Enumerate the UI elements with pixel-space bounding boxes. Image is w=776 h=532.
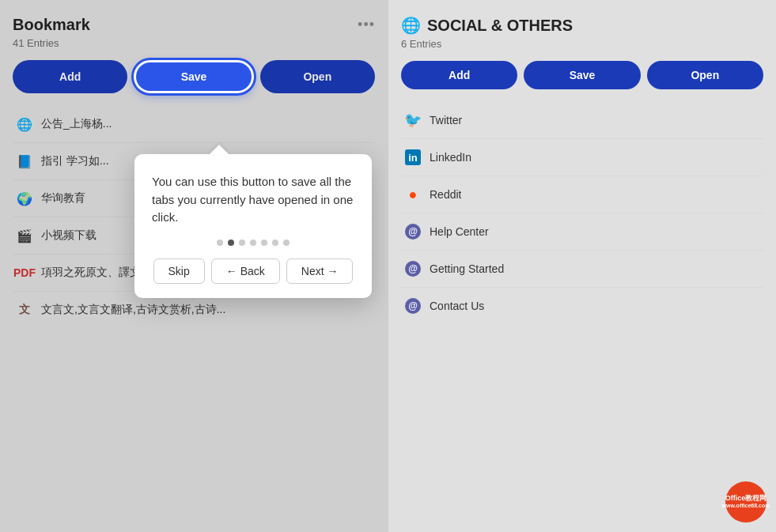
item-label: Getting Started [430, 262, 504, 275]
social-globe-icon: 🌐 [401, 16, 421, 35]
right-open-button[interactable]: Open [647, 61, 763, 89]
item-label: 公告_上海杨... [41, 117, 112, 131]
left-panel-entries: 41 Entries [13, 37, 375, 49]
twitter-icon: 🐦 [404, 111, 422, 129]
tooltip-box: You can use this button to save all the … [134, 154, 372, 298]
list-item[interactable]: @ Contact Us [401, 288, 763, 324]
item-label: Contact Us [430, 300, 484, 312]
right-button-row: Add Save Open [401, 61, 763, 89]
list-item[interactable]: 🐦 Twitter [401, 102, 763, 139]
next-button[interactable]: Next → [286, 258, 354, 284]
right-panel-header: 🌐 SOCIAL & OTHERS [401, 16, 763, 35]
list-item[interactable]: in LinkedIn [401, 139, 763, 176]
right-panel-entries: 6 Entries [401, 38, 763, 50]
tooltip-dots [152, 240, 354, 246]
list-item[interactable]: ● Reddit [401, 176, 763, 213]
item-label: Reddit [430, 188, 461, 201]
tooltip-text: You can use this button to save all the … [152, 173, 354, 227]
globe-icon: 🌐 [16, 115, 33, 133]
list-item[interactable]: @ Getting Started [401, 251, 763, 288]
item-label: 小视频下载 [41, 228, 97, 243]
left-button-row: Add Save Open [13, 60, 375, 93]
doc-icon: 文 [16, 301, 33, 319]
back-button[interactable]: ← Back [211, 258, 280, 284]
left-panel-header: Bookmark ••• [13, 16, 375, 34]
right-panel: 🌐 SOCIAL & OTHERS 6 Entries Add Save Ope… [388, 0, 776, 532]
dot-2 [228, 240, 234, 246]
linkedin-icon: in [404, 149, 422, 166]
item-label: 指引 学习如... [41, 154, 109, 168]
social-list: 🐦 Twitter in LinkedIn ● Reddit @ Help Ce… [401, 102, 763, 324]
getting-started-icon: @ [404, 260, 422, 277]
item-label: 文言文,文言文翻译,古诗文赏析,古诗... [41, 303, 225, 317]
help-center-icon: @ [404, 223, 422, 240]
reddit-icon: ● [404, 186, 422, 203]
bookmark-title-text: Bookmark [13, 16, 90, 34]
more-options-icon[interactable]: ••• [358, 17, 375, 33]
left-add-button[interactable]: Add [13, 60, 127, 93]
left-panel-title: Bookmark [13, 16, 90, 34]
globe2-icon: 🌍 [16, 190, 33, 207]
left-panel: Bookmark ••• 41 Entries Add Save Open 🌐 … [0, 0, 388, 532]
skip-button[interactable]: Skip [153, 258, 205, 284]
item-label: LinkedIn [430, 151, 471, 164]
dot-3 [239, 240, 245, 246]
tooltip-arrow [210, 145, 229, 154]
left-save-button[interactable]: Save [134, 60, 253, 93]
dot-6 [272, 240, 278, 246]
dot-7 [283, 240, 290, 246]
list-item[interactable]: 🌐 公告_上海杨... [13, 106, 375, 143]
dot-5 [261, 240, 267, 246]
contact-icon: @ [404, 297, 422, 315]
item-label: 华询教育 [41, 191, 85, 206]
right-save-button[interactable]: Save [524, 61, 640, 89]
left-open-button[interactable]: Open [260, 60, 375, 93]
watermark-text: Office教程网 www.office68.com [722, 494, 770, 509]
right-add-button[interactable]: Add [401, 61, 517, 89]
item-label: Twitter [430, 114, 462, 126]
tooltip-button-row: Skip ← Back Next → [152, 258, 354, 284]
item-label: Help Center [430, 225, 489, 238]
dot-1 [217, 240, 223, 246]
dot-4 [250, 240, 256, 246]
right-panel-title: 🌐 SOCIAL & OTHERS [401, 16, 573, 35]
watermark: Office教程网 www.office68.com [725, 481, 767, 523]
list-item[interactable]: @ Help Center [401, 213, 763, 251]
pdf-icon: PDF [16, 264, 33, 281]
book-icon: 📘 [16, 153, 33, 170]
social-title-text: SOCIAL & OTHERS [427, 17, 573, 35]
video-icon: 🎬 [16, 227, 33, 244]
